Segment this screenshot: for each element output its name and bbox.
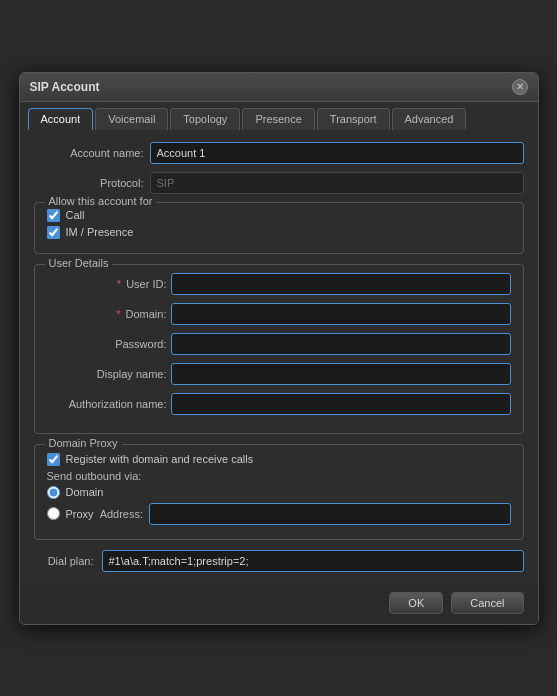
tab-account[interactable]: Account (28, 108, 94, 130)
sip-account-dialog: SIP Account ✕ Account Voicemail Topology… (19, 72, 539, 625)
protocol-label: Protocol: (34, 177, 144, 189)
display-name-input[interactable] (171, 363, 511, 385)
domain-radio-label[interactable]: Domain (66, 486, 104, 498)
call-label[interactable]: Call (66, 209, 85, 221)
im-presence-checkbox-row: IM / Presence (47, 226, 511, 239)
display-name-row: Display name: (47, 363, 511, 385)
call-checkbox-row: Call (47, 209, 511, 222)
send-via-label: Send outbound via: (47, 470, 511, 482)
tab-voicemail[interactable]: Voicemail (95, 108, 168, 130)
account-name-row: Account name: (34, 142, 524, 164)
auth-name-label: Authorization name: (47, 398, 167, 410)
user-id-required: * (117, 278, 121, 290)
protocol-input (150, 172, 524, 194)
proxy-radio[interactable] (47, 507, 60, 520)
account-name-input[interactable] (150, 142, 524, 164)
register-checkbox-row: Register with domain and receive calls (47, 453, 511, 466)
tab-transport[interactable]: Transport (317, 108, 390, 130)
auth-name-row: Authorization name: (47, 393, 511, 415)
ok-button[interactable]: OK (389, 592, 443, 614)
user-details-legend: User Details (45, 257, 113, 269)
allow-legend: Allow this account for (45, 195, 157, 207)
password-input[interactable] (171, 333, 511, 355)
protocol-row: Protocol: (34, 172, 524, 194)
password-row: Password: (47, 333, 511, 355)
footer-buttons: OK Cancel (20, 584, 538, 624)
dial-plan-label: Dial plan: (34, 555, 94, 567)
account-name-label: Account name: (34, 147, 144, 159)
user-id-row: * User ID: (47, 273, 511, 295)
user-id-input[interactable] (171, 273, 511, 295)
domain-radio[interactable] (47, 486, 60, 499)
register-checkbox[interactable] (47, 453, 60, 466)
proxy-radio-row: Proxy Address: (47, 503, 511, 525)
account-tab-content: Account name: Protocol: Allow this accou… (20, 130, 538, 584)
user-details-section: User Details * User ID: * Domain: Passwo… (34, 264, 524, 434)
domain-proxy-legend: Domain Proxy (45, 437, 122, 449)
dial-plan-input[interactable] (102, 550, 524, 572)
register-label[interactable]: Register with domain and receive calls (66, 453, 254, 465)
cancel-button[interactable]: Cancel (451, 592, 523, 614)
domain-input[interactable] (171, 303, 511, 325)
dialog-title: SIP Account (30, 80, 100, 94)
im-presence-checkbox[interactable] (47, 226, 60, 239)
title-bar: SIP Account ✕ (20, 73, 538, 102)
proxy-address-input[interactable] (149, 503, 510, 525)
im-presence-label[interactable]: IM / Presence (66, 226, 134, 238)
address-label: Address: (100, 508, 143, 520)
user-id-label: * User ID: (47, 278, 167, 290)
auth-name-input[interactable] (171, 393, 511, 415)
call-checkbox[interactable] (47, 209, 60, 222)
display-name-label: Display name: (47, 368, 167, 380)
dial-plan-row: Dial plan: (34, 550, 524, 572)
domain-label: * Domain: (47, 308, 167, 320)
close-button[interactable]: ✕ (512, 79, 528, 95)
domain-required: * (116, 308, 120, 320)
tab-bar: Account Voicemail Topology Presence Tran… (20, 102, 538, 130)
allow-section: Allow this account for Call IM / Presenc… (34, 202, 524, 254)
tab-topology[interactable]: Topology (170, 108, 240, 130)
password-label: Password: (47, 338, 167, 350)
domain-row: * Domain: (47, 303, 511, 325)
tab-advanced[interactable]: Advanced (392, 108, 467, 130)
domain-radio-row: Domain (47, 486, 511, 499)
proxy-radio-label[interactable]: Proxy (66, 508, 94, 520)
domain-proxy-section: Domain Proxy Register with domain and re… (34, 444, 524, 540)
tab-presence[interactable]: Presence (242, 108, 314, 130)
